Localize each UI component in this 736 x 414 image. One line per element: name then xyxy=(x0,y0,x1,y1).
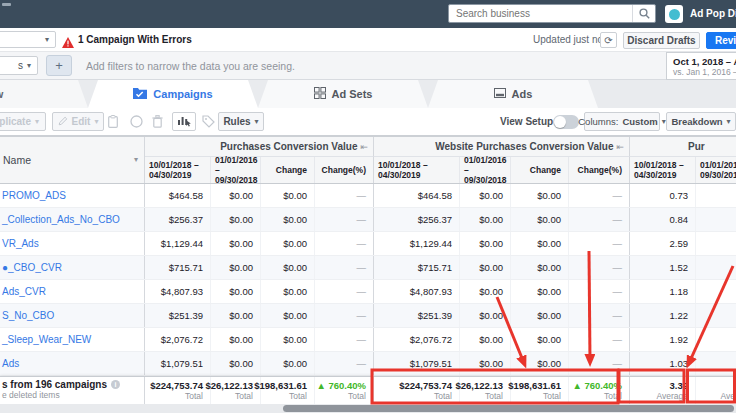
column-header[interactable]: 01/01/2016 – 09/30/2018 xyxy=(460,157,511,183)
sort-caret-icon[interactable]: ▾ xyxy=(134,156,144,164)
ads-card-icon xyxy=(494,87,506,101)
table-row[interactable]: S_No_CBO$251.39$0.00$0.00—$251.39$0.00$0… xyxy=(0,304,736,328)
results-summary: s from 196 campaigns i e deleted items xyxy=(0,377,145,404)
table-cell: $0.00 xyxy=(261,208,315,231)
rules-dropdown[interactable]: Rules ▾ xyxy=(218,112,264,131)
campaign-errors-text[interactable]: 1 Campaign With Errors xyxy=(78,28,192,52)
table-row[interactable]: ●_CBO_CVR$715.71$0.00$0.00—$715.71$0.00$… xyxy=(0,256,736,280)
campaign-name-cell: S_No_CBO xyxy=(0,304,145,327)
pencil-icon xyxy=(58,116,68,128)
results-note: e deleted items xyxy=(2,390,144,400)
view-charts-button[interactable] xyxy=(172,112,196,131)
refresh-button[interactable]: ⟳ xyxy=(600,32,617,48)
table-cell: $0.00 xyxy=(511,256,569,279)
column-header[interactable]: Change(%) xyxy=(315,157,374,183)
table-row[interactable]: PROMO_ADS$464.58$0.00$0.00—$464.58$0.00$… xyxy=(0,184,736,208)
columns-dropdown[interactable]: Columns: Custom ▾ xyxy=(584,112,660,131)
trash-icon[interactable] xyxy=(152,115,163,128)
table-cell: $4,807.93 xyxy=(374,280,460,303)
scope-dropdown[interactable]: ▾ xyxy=(0,31,56,48)
tab-ads[interactable]: Ads xyxy=(428,80,598,108)
name-column-header[interactable]: Name ▾ xyxy=(0,137,145,183)
table-cell: $0.00 xyxy=(261,280,315,303)
table-cell: $0.00 xyxy=(211,280,261,303)
group-label: Purchases Conversion Value xyxy=(220,141,357,152)
column-group-header[interactable]: Purchases Conversion Value⇤ xyxy=(145,137,374,157)
tab-label: Ad Sets xyxy=(332,88,373,100)
campaign-name-link[interactable]: ●_CBO_CVR xyxy=(2,262,62,273)
horizontal-scrollbar-thumb[interactable] xyxy=(283,405,734,412)
tab-account-overview[interactable]: w xyxy=(0,80,88,108)
total-value: $26,122.13 xyxy=(205,380,253,391)
column-header[interactable]: Change xyxy=(511,157,569,183)
tab-campaigns[interactable]: Campaigns xyxy=(88,80,258,108)
business-name[interactable]: Ad Pop Digital xyxy=(690,0,736,28)
table-row[interactable]: VR_Ads$1,129.44$0.00$0.00—$1,129.44$0.00… xyxy=(0,232,736,256)
table-cell: 0.84 xyxy=(630,208,696,231)
campaign-name-link[interactable]: Ads xyxy=(2,358,19,369)
table-cell: $0.00 xyxy=(211,184,261,207)
column-header[interactable]: 01/01/2016 – 09/30/2018 xyxy=(211,157,261,183)
table-cell: $256.37 xyxy=(145,208,211,231)
table-row[interactable]: _Collection_Ads_No_CBO$256.37$0.00$0.00—… xyxy=(0,208,736,232)
search-icon[interactable] xyxy=(632,5,655,22)
view-setup-toggle[interactable] xyxy=(553,115,579,129)
chart-cursor-icon xyxy=(177,115,191,129)
table-cell: $0.00 xyxy=(460,280,511,303)
campaign-name-link[interactable]: Ads_CVR xyxy=(2,286,46,297)
business-logo[interactable] xyxy=(665,5,683,23)
tab-label: w xyxy=(0,88,3,100)
toggle-knob xyxy=(554,116,566,128)
chevron-down-icon: ▾ xyxy=(35,118,39,126)
search-input[interactable] xyxy=(449,8,632,19)
column-group-header[interactable]: Pur xyxy=(630,137,736,157)
tag-icon[interactable] xyxy=(202,115,215,128)
table-row[interactable]: _Sleep_Wear_NEW$2,076.72$0.00$0.00—$2,07… xyxy=(0,328,736,352)
column-header[interactable]: 10/01/2018 – 04/30/2019 xyxy=(145,157,211,183)
date-range-selector[interactable]: Oct 1, 2018 – Ap vs. Jan 1, 2016 – S xyxy=(666,52,736,80)
tab-ad-sets[interactable]: Ad Sets xyxy=(258,80,428,108)
column-header[interactable]: 10/01/2018 – 04/30/2019 xyxy=(630,157,696,183)
breakdown-dropdown[interactable]: Breakdown ▾ xyxy=(666,112,736,131)
table-cell: — xyxy=(696,304,736,327)
collapse-columns-icon[interactable]: ⇤ xyxy=(616,142,624,152)
table-cell: $1,079.51 xyxy=(145,352,211,375)
campaign-name-link[interactable]: _Sleep_Wear_NEW xyxy=(2,334,91,345)
campaign-name-link[interactable]: PROMO_ADS xyxy=(2,190,66,201)
saved-filter-dropdown[interactable]: s ▾ xyxy=(0,56,38,75)
filter-placeholder[interactable]: Add filters to narrow the data you are s… xyxy=(86,52,295,80)
table-row[interactable]: Ads_CVR$4,807.93$0.00$0.00—$4,807.93$0.0… xyxy=(0,280,736,304)
clipboard-icon[interactable] xyxy=(108,115,118,128)
table-cell: $0.00 xyxy=(460,184,511,207)
table-cell: — xyxy=(315,280,374,303)
discard-drafts-button[interactable]: Discard Drafts xyxy=(623,32,700,49)
info-icon[interactable]: i xyxy=(111,380,120,389)
review-publish-button[interactable]: Review and xyxy=(706,32,736,49)
column-header[interactable]: Change xyxy=(261,157,315,183)
campaign-name-link[interactable]: S_No_CBO xyxy=(2,310,54,321)
business-search[interactable] xyxy=(448,4,656,23)
table-cell: $256.37 xyxy=(374,208,460,231)
edit-button[interactable]: Edit ▾ xyxy=(52,112,104,131)
tab-label: Campaigns xyxy=(153,88,212,100)
collapse-columns-icon[interactable]: ⇤ xyxy=(360,142,368,152)
column-header[interactable]: Change(%) xyxy=(569,157,630,183)
total-cell: ▲ 760.40%Total xyxy=(569,377,630,404)
total-label: Total xyxy=(434,391,452,401)
column-group-header[interactable]: Website Purchases Conversion Value⇤ xyxy=(374,137,630,157)
total-cell: $26,122.13Total xyxy=(460,377,511,404)
column-header[interactable]: 01/01/2016 – 09/30/2018 xyxy=(696,157,736,183)
add-filter-button[interactable]: + xyxy=(46,55,72,76)
table-cell: $0.00 xyxy=(511,352,569,375)
table-toolbar: plicate ▾ Edit ▾ Rules ▾ View Setup Colu… xyxy=(0,108,736,136)
total-value: $224,753.74 xyxy=(399,380,452,391)
table-row[interactable]: Ads$1,079.51$0.00$0.00—$1,079.51$0.00$0.… xyxy=(0,352,736,376)
pie-chart-icon[interactable] xyxy=(130,115,143,128)
chevron-down-icon: ▾ xyxy=(94,118,98,126)
table-cell: $0.00 xyxy=(261,256,315,279)
total-value: $224,753.74 xyxy=(150,380,203,391)
campaign-name-link[interactable]: _Collection_Ads_No_CBO xyxy=(2,214,120,225)
campaign-name-link[interactable]: VR_Ads xyxy=(2,238,39,249)
duplicate-button[interactable]: plicate ▾ xyxy=(0,112,46,131)
column-header[interactable]: 10/01/2018 – 04/30/2019 xyxy=(374,157,460,183)
